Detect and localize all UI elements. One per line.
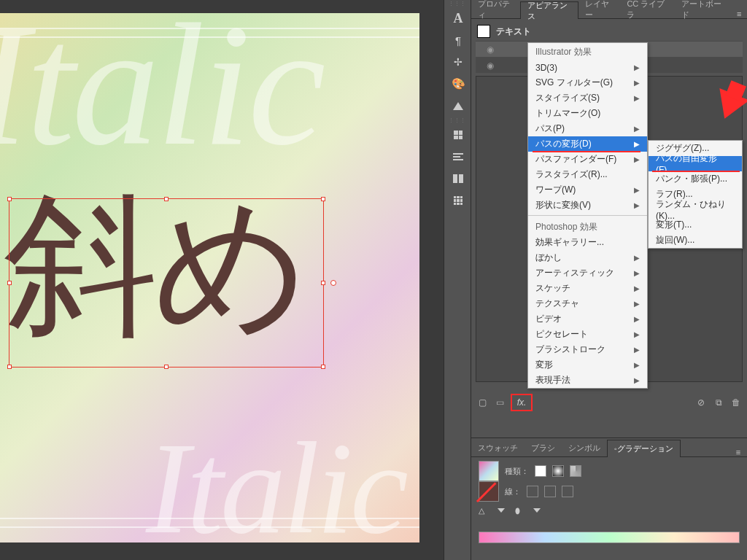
menu-item[interactable]: ブラシストローク▶ [528, 342, 647, 357]
pathfinder-panel-icon[interactable] [444, 168, 472, 190]
resize-handle[interactable] [7, 197, 12, 201]
tab-gradient[interactable]: ◦ グラデーション [607, 440, 681, 457]
stroke-mode-icon[interactable] [544, 486, 556, 497]
target-thumbnail[interactable] [477, 25, 490, 38]
menu-item[interactable]: 変形▶ [528, 357, 647, 373]
stroke-gradient-swatch[interactable] [479, 481, 499, 502]
toggle-rule-icon[interactable]: ▢ [476, 396, 489, 409]
panel-menu-icon[interactable]: ≡ [731, 9, 747, 18]
pattern-panel-icon[interactable] [444, 190, 472, 211]
menu-item[interactable]: 表現手法▶ [528, 373, 647, 388]
dropdown-caret-icon[interactable] [533, 508, 541, 513]
new-stroke-icon[interactable]: ▭ [493, 396, 506, 409]
gradient-type-linear-icon[interactable] [535, 465, 546, 477]
tab-artboards[interactable]: アートボード [675, 1, 731, 18]
menu-item[interactable]: パスファインダー(F)▶ [528, 152, 647, 167]
menu-item[interactable]: ぼかし▶ [528, 250, 647, 265]
menu-item[interactable]: ピクセレート▶ [528, 327, 647, 342]
menu-item[interactable]: パスの変形(D)▶ [528, 136, 647, 152]
glyphs-panel-icon[interactable]: ✢ [444, 51, 472, 73]
resize-handle[interactable] [321, 281, 325, 285]
angle-icon: △ [479, 506, 484, 516]
menu-item[interactable]: ランダム・ひねり(K)... [649, 202, 742, 217]
menu-item[interactable]: アーティスティック▶ [528, 265, 647, 281]
panel-grip[interactable]: ⋮⋮⋮ [444, 0, 471, 7]
stroke-mode-icon[interactable] [562, 486, 573, 497]
appearance-target-row: テキスト [476, 22, 743, 41]
menu-item[interactable]: パス(P)▶ [528, 121, 647, 136]
tab-appearance[interactable]: アピアランス [520, 1, 578, 19]
resize-handle[interactable] [164, 365, 169, 369]
menu-item[interactable]: ビデオ▶ [528, 311, 647, 327]
background-italic-text: Italic [146, 423, 406, 554]
menu-item[interactable]: スケッチ▶ [528, 281, 647, 296]
gradient-type-freeform-icon[interactable] [570, 465, 581, 477]
resize-handle[interactable] [321, 365, 325, 369]
resize-handle[interactable] [321, 197, 325, 201]
menu-item[interactable]: トリムマーク(O) [528, 106, 647, 121]
menu-item[interactable]: 旋回(W)... [649, 233, 742, 248]
panel-tab-bar: スウォッチ ブラシ シンボル ◦ グラデーション ≡ [471, 438, 747, 457]
menu-section-header: Illustrator 効果 [528, 43, 647, 60]
tab-swatches[interactable]: スウォッチ [471, 439, 525, 456]
character-panel-icon[interactable]: A [444, 7, 472, 29]
add-effect-button[interactable]: fx. [511, 394, 533, 411]
resize-handle[interactable] [7, 365, 12, 369]
gradient-slider[interactable] [479, 532, 740, 543]
menu-item[interactable]: 3D(3)▶ [528, 60, 647, 75]
dropdown-caret-icon[interactable] [498, 508, 505, 513]
delete-item-icon[interactable]: 🗑 [729, 396, 743, 409]
gradient-panel: スウォッチ ブラシ シンボル ◦ グラデーション ≡ 種類： 線： △ ⬮ [471, 438, 747, 560]
duplicate-item-icon[interactable]: ⧉ [712, 396, 725, 409]
tab-layers[interactable]: レイヤー [578, 1, 621, 18]
clear-appearance-icon[interactable]: ⊘ [694, 396, 708, 409]
paragraph-panel-icon[interactable]: ¶ [444, 29, 472, 51]
aspect-icon: ⬮ [515, 506, 520, 516]
menu-item[interactable]: ワープ(W)▶ [528, 182, 647, 198]
panel-tab-bar: プロパティ アピアランス レイヤー CC ライブラ アートボード ≡ [471, 0, 747, 19]
menu-item[interactable]: ラスタライズ(R)... [528, 167, 647, 182]
tab-brushes[interactable]: ブラシ [525, 439, 562, 456]
canvas-viewport[interactable]: Italic Italic 斜め [0, 0, 430, 560]
tab-properties[interactable]: プロパティ [471, 1, 520, 18]
panel-menu-icon[interactable]: ≡ [729, 448, 747, 456]
menu-item[interactable]: スタイライズ(S)▶ [528, 90, 647, 106]
panel-gap [430, 0, 444, 560]
menu-item[interactable]: 効果ギャラリー... [528, 235, 647, 250]
menu-section-header: Photoshop 効果 [528, 218, 647, 235]
menu-item[interactable]: SVG フィルター(G)▶ [528, 75, 647, 90]
transform-panel-icon[interactable] [444, 124, 472, 146]
tab-symbols[interactable]: シンボル [562, 439, 607, 456]
selection-bounding-box[interactable] [9, 198, 324, 368]
effects-submenu[interactable]: ジグザグ(Z)...パスの自由変形(F)...パンク・膨張(P)...ラフ(R)… [648, 140, 743, 249]
rotate-handle[interactable] [330, 280, 336, 286]
resize-handle[interactable] [7, 281, 12, 285]
panel-grip[interactable]: ⋮⋮⋮ [444, 117, 471, 124]
visibility-toggle-icon[interactable]: ◉ [483, 42, 498, 57]
stroke-label: 線： [505, 486, 521, 497]
align-panel-icon[interactable] [444, 146, 472, 168]
gradient-type-radial-icon[interactable] [552, 465, 564, 477]
stroke-mode-icon[interactable] [527, 486, 538, 497]
gradient-thumbnail[interactable] [479, 461, 499, 481]
menu-item[interactable]: パスの自由変形(F)... [649, 156, 742, 171]
visibility-toggle-icon[interactable]: ◉ [483, 58, 498, 73]
gradient-tool-icon[interactable] [444, 95, 472, 117]
tab-cc-libraries[interactable]: CC ライブラ [620, 1, 675, 18]
resize-handle[interactable] [164, 197, 169, 201]
appearance-footer: ▢ ▭ fx. ⊘ ⧉ 🗑 [471, 392, 747, 413]
gradient-type-label: 種類： [505, 466, 529, 477]
menu-item[interactable]: テクスチャ▶ [528, 296, 647, 311]
dock-column: ⋮⋮⋮ A ¶ ✢ 🎨 ⋮⋮⋮ [444, 0, 471, 560]
artboard[interactable]: Italic Italic 斜め [0, 13, 419, 542]
appearance-target-label: テキスト [496, 26, 531, 38]
menu-item[interactable]: 形状に変換(V)▶ [528, 198, 647, 213]
color-panel-icon[interactable]: 🎨 [444, 73, 472, 95]
effects-menu[interactable]: Illustrator 効果3D(3)▶SVG フィルター(G)▶スタイライズ(… [527, 42, 648, 389]
background-italic-text: Italic [0, 0, 322, 172]
